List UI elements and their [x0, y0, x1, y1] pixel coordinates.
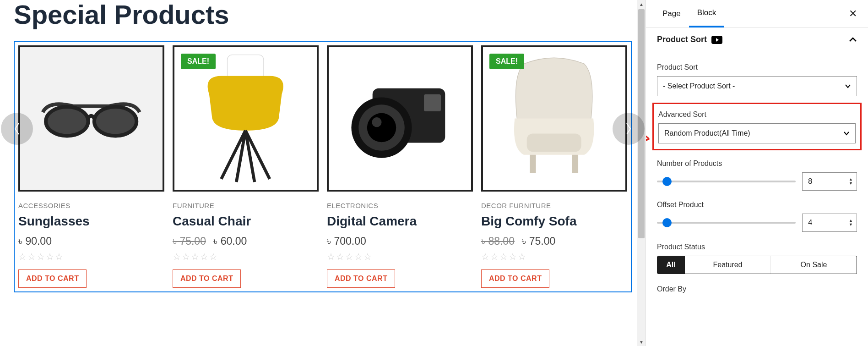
- product-name: Digital Camera: [327, 214, 473, 229]
- product-card: SALE! FURNITURE Casual Chair ৳: [173, 45, 319, 288]
- rating-stars-icon: ☆☆☆☆☆: [327, 251, 473, 262]
- product-category: ELECTRONICS: [327, 202, 473, 209]
- product-price: ৳ 60.00: [213, 235, 247, 247]
- rating-stars-icon: ☆☆☆☆☆: [173, 251, 319, 262]
- product-card: ELECTRONICS Digital Camera ৳ 700.00 ☆☆☆☆…: [327, 45, 473, 288]
- sofa-icon: [494, 52, 614, 185]
- chevron-down-icon: [843, 129, 850, 137]
- status-opt-onsale[interactable]: On Sale: [771, 256, 857, 274]
- camera-icon: [339, 70, 460, 167]
- input-offset-product[interactable]: 4 ▲▼: [802, 214, 857, 232]
- status-opt-all[interactable]: All: [657, 256, 685, 274]
- select-product-sort[interactable]: - Select Product Sort -: [657, 76, 857, 96]
- annotation-arrow-icon: [646, 131, 654, 149]
- vertical-scrollbar[interactable]: ▲ ▼: [637, 0, 646, 346]
- product-price-old: ৳ 88.00: [481, 235, 515, 247]
- product-image: SALE!: [481, 45, 627, 192]
- svg-rect-10: [530, 155, 536, 173]
- label-product-status: Product Status: [657, 243, 857, 251]
- advanced-sort-highlight: Advanced Sort Random Product(All Time): [652, 103, 862, 150]
- product-price: ৳ 90.00: [18, 235, 52, 247]
- svg-rect-11: [572, 155, 578, 173]
- select-advanced-sort[interactable]: Random Product(All Time): [658, 123, 856, 143]
- carousel-prev-button[interactable]: [1, 113, 33, 145]
- close-icon[interactable]: ✕: [846, 5, 860, 22]
- sale-badge: SALE!: [181, 54, 216, 69]
- tab-page[interactable]: Page: [654, 1, 689, 27]
- page-title: Special Products: [14, 0, 632, 29]
- select-value: - Select Product Sort -: [663, 82, 735, 90]
- svg-point-0: [46, 107, 88, 136]
- product-name: Casual Chair: [173, 214, 319, 229]
- input-number-products[interactable]: 8 ▲▼: [802, 172, 857, 191]
- video-play-icon[interactable]: [711, 36, 722, 44]
- product-carousel-block[interactable]: ACCESSORIES Sunglasses ৳ 90.00 ☆☆☆☆☆ ADD…: [14, 41, 632, 292]
- panel-product-sort-header[interactable]: Product Sort: [646, 27, 868, 52]
- svg-rect-9: [527, 133, 581, 152]
- svg-rect-4: [424, 94, 441, 111]
- product-price: ৳ 75.00: [522, 235, 555, 247]
- label-product-sort: Product Sort: [657, 63, 857, 71]
- scroll-up-icon[interactable]: ▲: [637, 0, 646, 8]
- chevron-down-icon: [845, 82, 851, 90]
- product-image: [327, 45, 473, 192]
- add-to-cart-button[interactable]: ADD TO CART: [327, 269, 395, 288]
- label-advanced-sort: Advanced Sort: [658, 110, 856, 119]
- product-image: SALE!: [173, 45, 319, 192]
- slider-offset-product[interactable]: [657, 222, 796, 224]
- label-number-products: Number of Products: [657, 159, 857, 168]
- product-name: Big Comfy Sofa: [481, 214, 627, 229]
- svg-point-8: [372, 117, 382, 127]
- slider-knob[interactable]: [662, 218, 672, 227]
- svg-point-1: [94, 107, 137, 136]
- add-to-cart-button[interactable]: ADD TO CART: [18, 269, 87, 288]
- product-category: DECOR FURNITURE: [481, 202, 627, 209]
- sale-badge: SALE!: [489, 54, 524, 69]
- input-value: 4: [808, 218, 812, 227]
- product-category: ACCESSORIES: [18, 202, 164, 209]
- input-value: 8: [808, 177, 812, 186]
- product-image: [18, 45, 164, 192]
- chair-icon: [185, 52, 306, 185]
- product-card: SALE! DECOR FURNITURE Big Comfy Sofa ৳ 8…: [481, 45, 627, 288]
- sunglasses-icon: [31, 88, 152, 148]
- svg-point-7: [367, 113, 396, 142]
- select-value: Random Product(All Time): [664, 129, 750, 137]
- label-offset-product: Offset Product: [657, 201, 857, 209]
- slider-number-products[interactable]: [657, 181, 796, 182]
- product-price: ৳ 700.00: [327, 235, 366, 247]
- label-order-by: Order By: [657, 285, 857, 293]
- status-opt-featured[interactable]: Featured: [685, 256, 771, 274]
- slider-knob[interactable]: [662, 177, 672, 186]
- scroll-down-icon[interactable]: ▼: [637, 338, 646, 346]
- tab-block[interactable]: Block: [689, 0, 725, 27]
- sidebar-settings: Page Block ✕ Product Sort Product Sort -…: [646, 0, 868, 346]
- carousel-next-button[interactable]: [613, 113, 645, 145]
- segmented-product-status[interactable]: All Featured On Sale: [657, 256, 857, 274]
- panel-title: Product Sort: [657, 35, 707, 44]
- stepper-icons[interactable]: ▲▼: [849, 219, 853, 227]
- rating-stars-icon: ☆☆☆☆☆: [481, 251, 627, 262]
- add-to-cart-button[interactable]: ADD TO CART: [173, 269, 241, 288]
- product-price-old: ৳ 75.00: [173, 235, 206, 247]
- chevron-up-icon: [849, 35, 857, 44]
- product-name: Sunglasses: [18, 214, 164, 229]
- stepper-icons[interactable]: ▲▼: [849, 177, 853, 186]
- rating-stars-icon: ☆☆☆☆☆: [18, 251, 164, 262]
- add-to-cart-button[interactable]: ADD TO CART: [481, 269, 549, 288]
- product-card: ACCESSORIES Sunglasses ৳ 90.00 ☆☆☆☆☆ ADD…: [18, 45, 164, 288]
- product-category: FURNITURE: [173, 202, 319, 209]
